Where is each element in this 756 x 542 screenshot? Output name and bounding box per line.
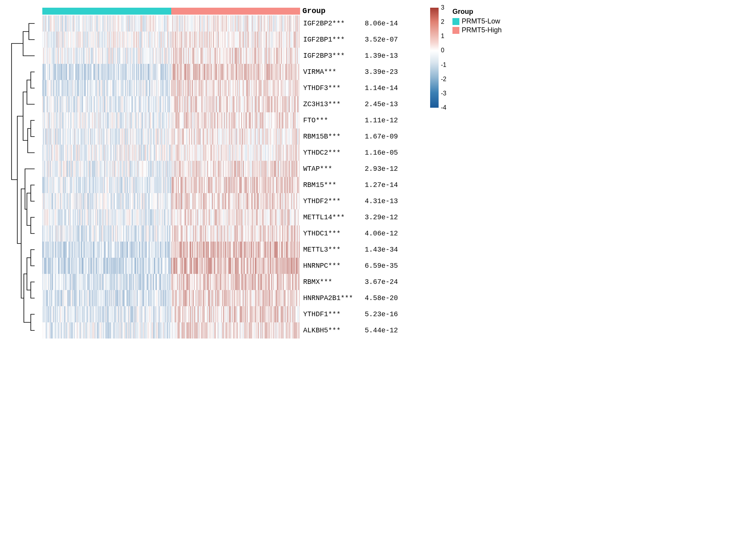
swatch-high [452,27,459,34]
pvalue-label: 1.27e-14 [365,177,419,193]
heatmap-row [42,80,300,96]
row-dendrogram [8,8,42,340]
pvalue-label: 1.43e-34 [365,242,419,258]
heatmap-row [42,209,300,225]
heatmap-row [42,145,300,161]
pvalue-label: 1.67e-09 [365,128,419,145]
gene-label: YTHDF3*** [303,80,365,96]
group-annotation-title: Group [299,7,325,15]
gene-label: METTL14*** [303,209,365,225]
legend-label-high: PRMT5-High [462,26,502,34]
heatmap-row [42,112,300,128]
heatmap-row [42,258,300,274]
gene-label: RBMX*** [303,274,365,290]
gene-label: IGF2BP2*** [303,15,365,32]
pvalue-label: 3.29e-12 [365,209,419,225]
row-labels: IGF2BP2***IGF2BP1***IGF2BP3***VIRMA***YT… [300,8,365,339]
pvalue-label: 1.11e-12 [365,112,419,128]
gene-label: FTO*** [303,112,365,128]
colorbar-block: 3210-1-2-3-4 [430,8,441,108]
group-legend: Group PRMT5-Low PRMT5-High [452,8,502,35]
pvalue-label: 4.06e-12 [365,225,419,242]
swatch-low [452,18,459,25]
legend-column: 3210-1-2-3-4 Group PRMT5-Low PRMT5-High [419,8,515,108]
colorbar-ticks: 3210-1-2-3-4 [439,8,441,108]
group-annotation-bar [42,8,300,15]
heatmap-row [42,306,300,322]
heatmap-row [42,48,300,64]
pvalue-label: 4.58e-20 [365,290,419,306]
gene-label: YTHDF2*** [303,193,365,209]
group-bar-low [42,8,171,15]
gene-label: YTHDF1*** [303,306,365,322]
heatmap-row [42,64,300,80]
heatmap-row [42,15,300,32]
gene-label: RBM15B*** [303,128,365,145]
pvalue-label: 5.23e-16 [365,306,419,322]
dendrogram-svg [8,15,42,339]
gene-label: YTHDC1*** [303,225,365,242]
gene-label: WTAP*** [303,161,365,177]
gene-label: ZC3H13*** [303,96,365,112]
heatmap-row [42,177,300,193]
legend-item-low: PRMT5-Low [452,17,502,25]
gene-label: VIRMA*** [303,64,365,80]
colorbar [430,8,439,108]
heatmap-row [42,242,300,258]
pvalue-label: 1.14e-14 [365,80,419,96]
legend-item-high: PRMT5-High [452,26,502,34]
pvalue-column: 8.06e-143.52e-071.39e-133.39e-231.14e-14… [365,8,419,339]
pvalue-label: 1.16e-05 [365,145,419,161]
heatmap-row [42,274,300,290]
pvalue-label: 3.39e-23 [365,64,419,80]
pvalue-label: 4.31e-13 [365,193,419,209]
heatmap-figure: IGF2BP2***IGF2BP1***IGF2BP3***VIRMA***YT… [8,8,748,340]
gene-label: RBM15*** [303,177,365,193]
pvalue-label: 6.59e-35 [365,258,419,274]
gene-label: HNRNPA2B1*** [303,290,365,306]
pvalue-label: 8.06e-14 [365,15,419,32]
heatmap-row [42,322,300,339]
heatmap-column [42,8,300,339]
heatmap-row [42,161,300,177]
pvalue-label: 1.39e-13 [365,48,419,64]
heatmap-row [42,128,300,145]
group-bar-high [171,8,300,15]
group-legend-title: Group [452,8,502,16]
heatmap-row [42,290,300,306]
heatmap-body [42,15,300,339]
pvalue-label: 3.52e-07 [365,32,419,48]
pvalue-label: 3.67e-24 [365,274,419,290]
heatmap-row [42,225,300,242]
heatmap-row [42,193,300,209]
gene-label: ALKBH5*** [303,322,365,339]
gene-label: HNRNPC*** [303,258,365,274]
legend-label-low: PRMT5-Low [462,17,500,25]
gene-label: YTHDC2*** [303,145,365,161]
gene-label: METTL3*** [303,242,365,258]
pvalue-label: 2.45e-13 [365,96,419,112]
gene-label: IGF2BP3*** [303,48,365,64]
pvalue-label: 2.93e-12 [365,161,419,177]
gene-label: IGF2BP1*** [303,32,365,48]
heatmap-row [42,32,300,48]
heatmap-row [42,96,300,112]
pvalue-label: 5.44e-12 [365,322,419,339]
